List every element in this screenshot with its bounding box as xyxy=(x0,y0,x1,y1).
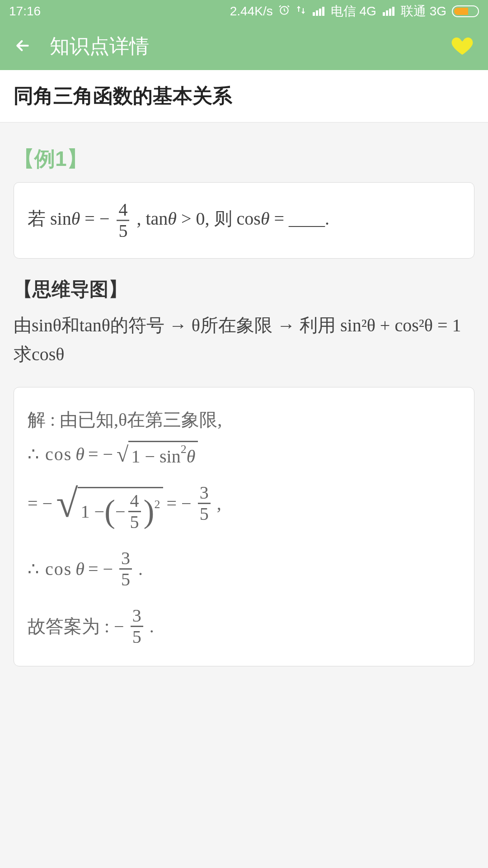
text: > 0, 则 cos xyxy=(181,208,261,229)
data-transfer-icon xyxy=(296,4,306,19)
text: 故答案为 : − xyxy=(28,614,124,639)
app-bar-title: 知识点详情 xyxy=(50,33,450,60)
theta: θ xyxy=(168,208,177,229)
text: ∴ cos xyxy=(28,557,72,582)
denominator: 5 xyxy=(198,504,211,523)
theta: θ xyxy=(71,208,80,229)
text: ∴ cos xyxy=(28,442,72,467)
text: , tan xyxy=(136,208,168,229)
status-time: 17:16 xyxy=(9,4,41,19)
text: = − xyxy=(88,442,113,467)
example-label: 【例1】 xyxy=(14,145,474,173)
denominator: 5 xyxy=(117,221,129,240)
page-header: 同角三角函数的基本关系 xyxy=(0,70,488,123)
sqrt: √ 1 − ( − 4 5 ) 2 xyxy=(56,476,163,531)
favorite-button[interactable] xyxy=(450,33,474,60)
text: , xyxy=(217,491,221,516)
text: 解 : 由已知,θ在第三象限, xyxy=(28,407,222,433)
alarm-icon xyxy=(278,4,290,19)
sup: 2 xyxy=(155,496,160,513)
text: . xyxy=(138,557,143,582)
app-bar: 知识点详情 xyxy=(0,23,488,70)
signal-icon xyxy=(313,7,324,16)
numerator: 4 xyxy=(128,492,141,511)
solution-line-4: ∴ cosθ = − 3 5 . xyxy=(28,549,460,589)
fraction: 3 5 xyxy=(198,484,211,523)
solution-line-5: 故答案为 : − 3 5 . xyxy=(28,607,460,646)
signal-icon xyxy=(383,7,394,16)
solution-line-1: 解 : 由已知,θ在第三象限, xyxy=(28,407,460,433)
fraction: 4 5 xyxy=(117,201,129,240)
theta: θ xyxy=(75,557,84,582)
fraction: 3 5 xyxy=(119,549,132,589)
status-bar: 17:16 2.44K/s 电信 4G 联通 3G xyxy=(0,0,488,23)
solution-line-2: ∴ cosθ = − √ 1 − sin2θ xyxy=(28,439,460,469)
mind-map-text: 由sinθ和tanθ的符号 → θ所在象限 → 利用 sin²θ + cos²θ… xyxy=(14,311,474,369)
text: = − xyxy=(84,208,114,229)
problem-card: 若 sinθ = − 4 5 , tanθ > 0, 则 cosθ = ____… xyxy=(14,182,474,259)
denominator: 5 xyxy=(131,627,143,646)
text: = − xyxy=(88,557,113,582)
text: = − xyxy=(28,491,52,516)
status-carrier-1: 电信 4G xyxy=(331,3,376,20)
status-net-speed: 2.44K/s xyxy=(230,4,273,19)
sqrt: √ 1 − sin2θ xyxy=(117,439,198,469)
arrow-left-icon xyxy=(14,37,32,55)
theta: θ xyxy=(75,442,84,467)
text: . xyxy=(150,614,154,639)
denominator: 5 xyxy=(119,570,132,589)
text: = − xyxy=(167,491,192,516)
status-carrier-2: 联通 3G xyxy=(401,3,446,20)
battery-icon xyxy=(452,5,479,17)
numerator: 3 xyxy=(198,484,211,503)
problem-text: 若 sinθ = − 4 5 , tanθ > 0, 则 cosθ = ____… xyxy=(28,201,460,240)
mind-map-label: 【思维导图】 xyxy=(14,277,474,302)
numerator: 3 xyxy=(119,549,132,568)
theta: θ xyxy=(261,208,270,229)
status-right: 2.44K/s 电信 4G 联通 3G xyxy=(230,3,479,20)
theta: θ xyxy=(187,444,196,469)
solution-card: 解 : 由已知,θ在第三象限, ∴ cosθ = − √ 1 − sin2θ =… xyxy=(14,387,474,666)
sup: 2 xyxy=(181,441,187,458)
heart-icon xyxy=(450,33,474,58)
page-title: 同角三角函数的基本关系 xyxy=(14,83,474,109)
content-area[interactable]: 【例1】 若 sinθ = − 4 5 , tanθ > 0, 则 cosθ =… xyxy=(0,123,488,666)
numerator: 4 xyxy=(117,201,129,220)
denominator: 5 xyxy=(128,512,141,531)
numerator: 3 xyxy=(131,607,143,626)
fraction: 4 5 xyxy=(128,492,141,531)
text: = ____. xyxy=(274,208,330,229)
text: 若 sin xyxy=(28,208,71,229)
fraction: 3 5 xyxy=(131,607,143,646)
solution-line-3: = − √ 1 − ( − 4 5 ) 2 = − xyxy=(28,476,460,531)
back-button[interactable] xyxy=(14,37,32,57)
text: 1 − xyxy=(80,499,104,524)
text: 1 − sin xyxy=(131,444,180,469)
